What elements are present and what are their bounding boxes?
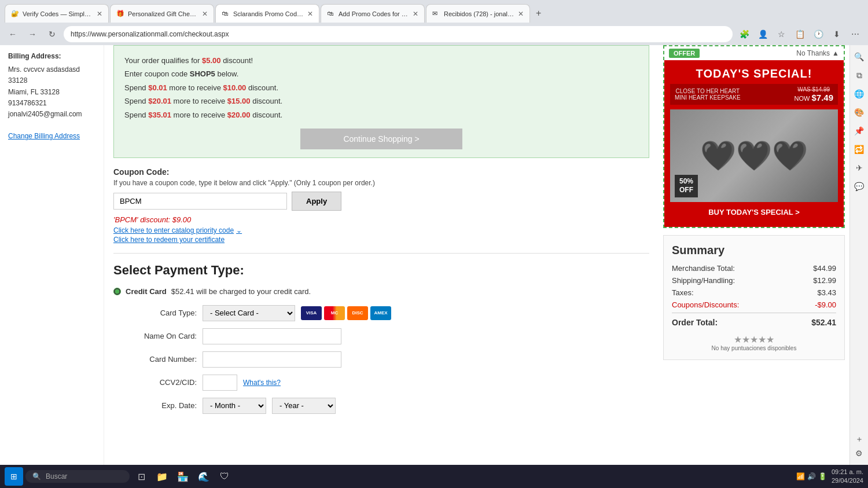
tab-3-close[interactable]: ✕: [307, 10, 313, 18]
card-form: Card Type: - Select Card - Visa MasterCa…: [127, 305, 649, 414]
exp-date-label: Exp. Date:: [127, 401, 197, 410]
tab-1[interactable]: 🔐 Verify Codes — SimplyCo... ✕: [5, 4, 109, 23]
browser-action-4[interactable]: 🔁: [852, 142, 866, 156]
volume-icon[interactable]: 🔊: [807, 472, 816, 480]
buy-today-special-button[interactable]: BUY TODAY'S SPECIAL >: [670, 202, 838, 222]
card-icons: VISA MC DISC AMEX: [301, 306, 391, 320]
order-total-value: $52.41: [811, 318, 836, 327]
taxes-row: Taxes: $3.43: [672, 288, 836, 297]
billing-email: jonalvi2405@gmail.com: [8, 109, 95, 120]
year-select[interactable]: - Year -: [272, 398, 336, 414]
collections-icon[interactable]: 📋: [792, 26, 808, 42]
qualifies-amount: $5.00: [202, 56, 221, 65]
browser-action-3[interactable]: 📌: [852, 124, 866, 138]
taskbar-store[interactable]: 🏪: [174, 467, 192, 486]
downloads-icon[interactable]: ⬇: [829, 26, 845, 42]
product-info: CLOSE TO HER HEART MINI HEART KEEPSAKE W…: [670, 84, 838, 105]
card-number-input[interactable]: [203, 351, 341, 368]
forward-button[interactable]: →: [24, 26, 41, 42]
browser-action-6[interactable]: 💬: [852, 179, 866, 193]
no-thanks-link[interactable]: No Thanks ▲: [796, 49, 839, 57]
billing-zip: 33128: [8, 75, 95, 86]
ccv-input[interactable]: [203, 375, 237, 391]
browser-action-5[interactable]: ✈: [852, 161, 866, 175]
stars: ★★★★★: [734, 334, 774, 345]
coupon-input[interactable]: [113, 193, 287, 210]
product-subname: MINI HEART KEEPSAKE: [675, 94, 741, 101]
enter-code-text: Enter coupon code: [124, 69, 187, 78]
tab-4-close[interactable]: ✕: [413, 10, 418, 18]
product-name-group: CLOSE TO HER HEART MINI HEART KEEPSAKE: [675, 88, 741, 101]
change-billing-link[interactable]: Change Billing Address: [8, 132, 80, 140]
coupons-label: Coupons/Discounts:: [672, 300, 739, 309]
taskbar-task-view[interactable]: ⊡: [132, 467, 150, 486]
browser-right-panel: 🔍 ⧉ 🌐 🎨 📌 🔁 ✈ 💬 ＋ ⚙: [849, 45, 868, 465]
price-group: WAS $14.99 NOW $7.49: [795, 86, 834, 102]
tab-2[interactable]: 🎁 Personalized Gift Checko... ✕: [110, 4, 214, 23]
tab-4[interactable]: 🛍 Add Promo Codes for Scl... ✕: [321, 4, 425, 23]
taskbar-clock: 09:21 a. m. 29/04/2024: [832, 468, 863, 486]
card-type-select[interactable]: - Select Card - Visa MasterCard Discover…: [203, 305, 295, 321]
history-icon[interactable]: 🕐: [810, 26, 826, 42]
product-name: CLOSE TO HER HEART: [675, 88, 741, 94]
credit-card-radio[interactable]: [113, 288, 121, 295]
tab-1-label: Verify Codes — SimplyCo...: [23, 10, 93, 17]
search-side-icon[interactable]: 🔍: [852, 50, 866, 64]
settings-icon[interactable]: ⋯: [847, 26, 863, 42]
billing-name: Mrs. cvcvcv asdasdasd: [8, 64, 95, 75]
coupon-section: Coupon Code: If you have a coupon code, …: [113, 167, 649, 244]
order-total-label: Order Total:: [672, 318, 718, 327]
tab-5-favicon: ✉: [432, 10, 440, 18]
chevron-down-icon: ⌄: [236, 226, 242, 234]
profile-icon[interactable]: 👤: [755, 26, 771, 42]
enter-code-suffix: below.: [217, 69, 238, 78]
tab-5[interactable]: ✉ Recibidos (728) - jonalvi2... ✕: [426, 4, 530, 23]
catalog-priority-link[interactable]: Click here to enter catalog priority cod…: [113, 226, 649, 234]
merchandise-row: Merchandise Total: $44.99: [672, 264, 836, 273]
shipping-value: $12.99: [813, 276, 836, 285]
extensions-icon[interactable]: 🧩: [736, 26, 752, 42]
shipping-row: Shipping/Handling: $12.99: [672, 276, 836, 285]
taskbar-explorer[interactable]: 📁: [153, 467, 171, 486]
start-button[interactable]: ⊞: [5, 467, 23, 486]
taskbar-shield[interactable]: 🛡: [215, 467, 234, 486]
tab-1-close[interactable]: ✕: [97, 10, 102, 18]
certificate-link[interactable]: Click here to redeem your certificate: [113, 236, 649, 244]
tab-3[interactable]: 🛍 Sclarandis Promo Codes ... ✕: [215, 4, 319, 23]
taskbar-edge[interactable]: 🌊: [194, 467, 213, 486]
reload-button[interactable]: ↻: [44, 26, 60, 42]
continue-shopping-button[interactable]: Continue Shopping >: [300, 129, 462, 149]
enter-code-line: Enter coupon code SHOP5 below.: [124, 67, 638, 80]
plus-icon[interactable]: ＋: [852, 432, 866, 446]
favorites-icon[interactable]: ☆: [773, 26, 789, 42]
coupon-description: If you have a coupon code, type it below…: [113, 179, 649, 187]
network-icon[interactable]: 📶: [796, 472, 805, 480]
exp-date-row: Exp. Date: - Month - - Year -: [127, 398, 649, 414]
no-reviews-text: No hay puntuaciones disponibles: [712, 345, 797, 351]
address-bar-row: ← → ↻ 🧩 👤 ☆ 📋 🕐 ⬇ ⋯: [0, 23, 868, 45]
month-select[interactable]: - Month -: [203, 398, 266, 414]
address-input[interactable]: [64, 26, 733, 42]
whats-this-link[interactable]: What's this?: [243, 379, 281, 387]
tab-2-close[interactable]: ✕: [202, 10, 208, 18]
taskbar-search[interactable]: 🔍 Buscar: [25, 470, 130, 483]
apply-button[interactable]: Apply: [292, 192, 341, 211]
enter-code-value: SHOP5: [190, 69, 215, 78]
tab-5-label: Recibidos (728) - jonalvi2...: [444, 10, 514, 17]
offer-header: OFFER No Thanks ▲: [664, 46, 844, 60]
discount-banner: Your order qualifies for $5.00 discount!…: [113, 45, 649, 158]
browser-action-1[interactable]: 🌐: [852, 87, 866, 101]
new-tab-button[interactable]: +: [531, 6, 546, 21]
gear-icon[interactable]: ⚙: [852, 446, 866, 460]
tier-1: Spend $0.01 more to receive $10.00 disco…: [124, 81, 638, 94]
browser-action-2[interactable]: 🎨: [852, 105, 866, 119]
copy-icon[interactable]: ⧉: [852, 68, 866, 82]
discover-icon: DISC: [347, 306, 368, 320]
tab-5-close[interactable]: ✕: [518, 10, 524, 18]
back-button[interactable]: ←: [5, 26, 21, 42]
billing-sidebar: Billing Address: Mrs. cvcvcv asdasdasd 3…: [0, 45, 104, 465]
offer-container: OFFER No Thanks ▲ TODAY'S SPECIAL! CLOSE…: [663, 45, 845, 228]
battery-icon[interactable]: 🔋: [818, 472, 827, 480]
billing-phone: 9134786321: [8, 98, 95, 109]
name-on-card-input[interactable]: [203, 328, 341, 344]
